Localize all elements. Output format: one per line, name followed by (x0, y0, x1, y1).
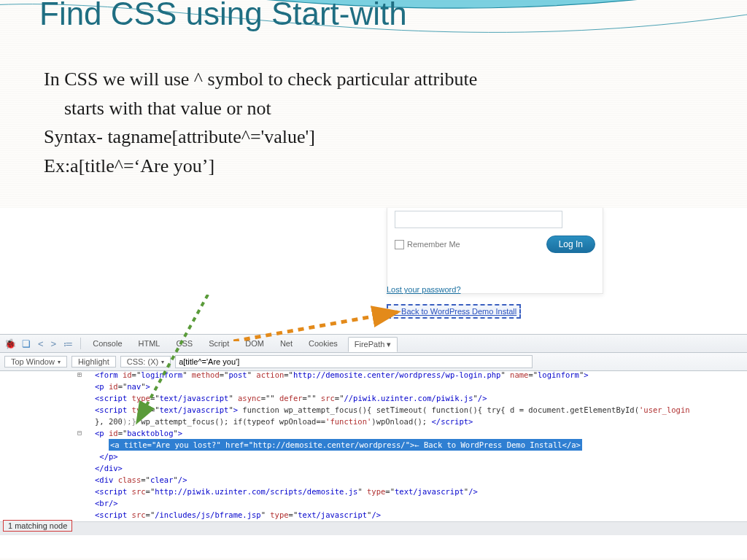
slide-body: In CSS we will use ^ symbol to check par… (44, 66, 703, 182)
top-window-select[interactable]: Top Window▾ (4, 356, 67, 368)
css-mode-select[interactable]: CSS: (X) ▾ (120, 356, 171, 368)
nav-back-icon[interactable]: < (36, 338, 45, 349)
body-line2: Syntax- tagname[attribute^='value'] (44, 123, 703, 151)
tab-console[interactable]: Console (87, 337, 128, 350)
tab-script[interactable]: Script (203, 337, 235, 350)
body-line1a: In CSS we will use ^ symbol to check par… (44, 69, 477, 90)
slide-title: Find CSS using Start-with (39, 0, 407, 32)
highlight-button[interactable]: Highlight (71, 356, 116, 368)
html-source-pane[interactable]: ⊞ <form id="loginform" method="post" act… (0, 369, 747, 521)
back-to-site-highlight: ← Back to WordPress Demo Install (387, 304, 521, 319)
matched-element[interactable]: <a title="Are you lost?" href="http://de… (109, 439, 582, 451)
login-button[interactable]: Log In (546, 236, 595, 253)
nav-forward-icon[interactable]: > (50, 338, 58, 349)
body-line3: Ex:a[title^=‘Are you’] (44, 152, 703, 180)
tab-net[interactable]: Net (274, 337, 298, 350)
tab-cookies[interactable]: Cookies (303, 337, 344, 350)
firebug-panel: 🐞 ❏ < > ≔ Console HTML CSS Script DOM Ne… (0, 334, 747, 371)
firebug-status-bar (0, 521, 747, 535)
password-input[interactable] (395, 211, 562, 228)
top-window-label: Top Window (11, 357, 55, 366)
firebug-toolbar-top: 🐞 ❏ < > ≔ Console HTML CSS Script DOM Ne… (0, 334, 747, 353)
tab-dom[interactable]: DOM (239, 337, 270, 350)
screenshot-inset: Remember Me Log In Lost your password? ←… (0, 208, 747, 558)
back-to-site-link[interactable]: ← Back to WordPress Demo Install (391, 307, 516, 316)
inspect-icon[interactable]: ❏ (20, 338, 32, 349)
matching-nodes-count: 1 matching node (3, 520, 72, 532)
selector-input[interactable] (175, 355, 533, 368)
body-line1b: starts with that value or not (44, 95, 703, 122)
tab-firepath-label: FirePath (355, 340, 385, 349)
menu-icon[interactable]: ≔ (62, 338, 74, 349)
login-form: Remember Me Log In (387, 208, 603, 294)
dropdown-icon: ▾ (387, 340, 391, 349)
firebug-icon[interactable]: 🐞 (4, 338, 16, 349)
checkbox-icon (395, 240, 404, 249)
tab-css[interactable]: CSS (171, 337, 199, 350)
tab-firepath[interactable]: FirePath ▾ (348, 337, 398, 352)
tab-html[interactable]: HTML (133, 337, 166, 350)
lost-password-link[interactable]: Lost your password? (387, 285, 461, 294)
remember-me-checkbox[interactable]: Remember Me (395, 240, 460, 249)
css-mode-label: CSS: (X) (127, 357, 158, 366)
remember-label: Remember Me (407, 240, 460, 249)
